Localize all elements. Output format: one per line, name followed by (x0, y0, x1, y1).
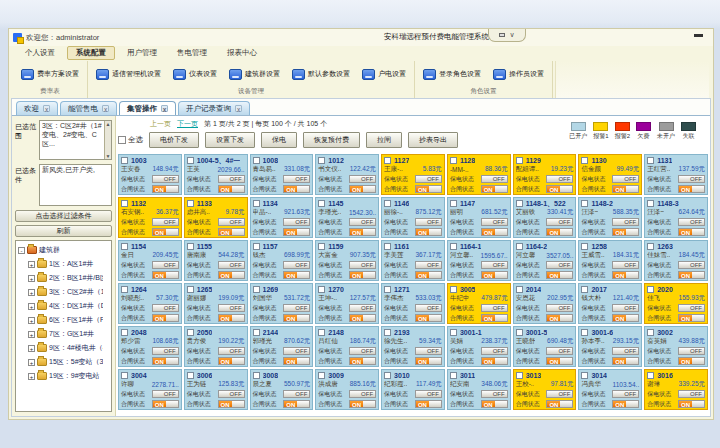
card-checkbox[interactable] (121, 157, 128, 164)
hezha-toggle[interactable]: ON (218, 228, 245, 236)
baodian-toggle[interactable]: OFF (349, 175, 376, 183)
card-checkbox[interactable] (450, 329, 457, 336)
card-checkbox[interactable] (384, 200, 391, 207)
hezha-toggle[interactable]: ON (546, 357, 573, 365)
tab-1[interactable]: 能管售电x (60, 101, 117, 115)
baodian-toggle[interactable]: OFF (481, 304, 508, 312)
expand-node-icon[interactable]: + (28, 359, 35, 366)
hezha-toggle[interactable]: ON (612, 228, 639, 236)
card-checkbox[interactable] (450, 372, 457, 379)
tab-close-icon[interactable]: x (43, 105, 50, 112)
card-checkbox[interactable] (253, 286, 260, 293)
baodian-toggle[interactable]: OFF (546, 218, 573, 226)
tree-item-2[interactable]: +3区：C区2#井（1#变... (18, 285, 103, 299)
hezha-toggle[interactable]: ON (678, 185, 705, 193)
hezha-toggle[interactable]: ON (415, 185, 442, 193)
card-checkbox[interactable] (187, 372, 194, 379)
card-checkbox[interactable] (187, 329, 194, 336)
tree-item-1[interactable]: +2区：B区1#井/B区1#楼 (18, 271, 103, 285)
baodian-toggle[interactable]: OFF (415, 304, 442, 312)
hezha-toggle[interactable]: ON (152, 400, 179, 408)
tab-close-icon[interactable]: x (161, 105, 168, 112)
card-checkbox[interactable] (121, 243, 128, 250)
hezha-toggle[interactable]: ON (283, 185, 310, 193)
card-checkbox[interactable] (581, 157, 588, 164)
baodian-toggle[interactable]: OFF (612, 261, 639, 269)
card-checkbox[interactable] (647, 243, 654, 250)
baodian-toggle[interactable]: OFF (612, 390, 639, 398)
baodian-toggle[interactable]: OFF (349, 390, 376, 398)
card-checkbox[interactable] (318, 157, 325, 164)
hezha-toggle[interactable]: ON (349, 357, 376, 365)
card-checkbox[interactable] (253, 157, 260, 164)
hezha-toggle[interactable]: ON (349, 228, 376, 236)
baodian-toggle[interactable]: OFF (152, 218, 179, 226)
hezha-toggle[interactable]: ON (678, 400, 705, 408)
tree-item-5[interactable]: +7区：G区1#井 (18, 327, 103, 341)
baodian-toggle[interactable]: OFF (481, 175, 508, 183)
hezha-toggle[interactable]: ON (481, 400, 508, 408)
card-checkbox[interactable] (581, 243, 588, 250)
hezha-toggle[interactable]: ON (481, 271, 508, 279)
hezha-toggle[interactable]: ON (415, 357, 442, 365)
hezha-toggle[interactable]: ON (415, 228, 442, 236)
baodian-toggle[interactable]: OFF (481, 390, 508, 398)
card-checkbox[interactable] (581, 200, 588, 207)
expand-node-icon[interactable]: + (28, 261, 35, 268)
hezha-toggle[interactable]: ON (218, 185, 245, 193)
card-checkbox[interactable] (121, 372, 128, 379)
hezha-toggle[interactable]: ON (678, 228, 705, 236)
baodian-toggle[interactable]: OFF (283, 347, 310, 355)
baodian-toggle[interactable]: OFF (415, 347, 442, 355)
tree-item-0[interactable]: +1区：A区1#井 (18, 257, 103, 271)
hezha-toggle[interactable]: ON (415, 314, 442, 322)
card-checkbox[interactable] (318, 286, 325, 293)
baodian-toggle[interactable]: OFF (283, 218, 310, 226)
baodian-toggle[interactable]: OFF (415, 175, 442, 183)
card-checkbox[interactable] (384, 243, 391, 250)
baodian-toggle[interactable]: OFF (218, 218, 245, 226)
card-checkbox[interactable] (384, 372, 391, 379)
hezha-toggle[interactable]: ON (152, 357, 179, 365)
ribbon-pin-icon[interactable] (499, 33, 505, 37)
card-checkbox[interactable] (187, 243, 194, 250)
menu-item-3[interactable]: 售电管理 (169, 47, 215, 59)
card-checkbox[interactable] (318, 243, 325, 250)
card-checkbox[interactable] (187, 200, 194, 207)
card-checkbox[interactable] (121, 329, 128, 336)
card-checkbox[interactable] (450, 157, 457, 164)
baodian-toggle[interactable]: OFF (283, 390, 310, 398)
menu-item-4[interactable]: 报表中心 (219, 47, 265, 59)
expand-node-icon[interactable]: + (28, 345, 35, 352)
card-checkbox[interactable] (187, 286, 194, 293)
baodian-toggle[interactable]: OFF (415, 261, 442, 269)
expand-node-icon[interactable]: + (28, 303, 35, 310)
baodian-toggle[interactable]: OFF (349, 347, 376, 355)
filter-select-button[interactable]: 点击选择过滤条件 (15, 210, 112, 222)
tree-item-7[interactable]: +15区：5#变站（3#变... (18, 355, 103, 369)
hezha-toggle[interactable]: ON (415, 271, 442, 279)
hezha-toggle[interactable]: ON (152, 314, 179, 322)
card-checkbox[interactable] (516, 372, 523, 379)
hezha-toggle[interactable]: ON (612, 357, 639, 365)
expand-node-icon[interactable]: + (28, 289, 35, 296)
hezha-toggle[interactable]: ON (546, 314, 573, 322)
baodian-toggle[interactable]: OFF (283, 175, 310, 183)
card-checkbox[interactable] (450, 243, 457, 250)
baodian-toggle[interactable]: OFF (349, 218, 376, 226)
baodian-toggle[interactable]: OFF (678, 390, 705, 398)
card-checkbox[interactable] (516, 286, 523, 293)
baodian-toggle[interactable]: OFF (678, 175, 705, 183)
ribbon-collapse-icon[interactable]: ∨ (509, 31, 514, 39)
expand-node-icon[interactable]: + (28, 317, 35, 324)
baodian-toggle[interactable]: OFF (481, 261, 508, 269)
toolbar-button-0[interactable]: 电价下发 (149, 132, 199, 148)
tab-2[interactable]: 集管操作x (119, 101, 176, 115)
hezha-toggle[interactable]: ON (218, 400, 245, 408)
hezha-toggle[interactable]: ON (218, 357, 245, 365)
baodian-toggle[interactable]: OFF (218, 261, 245, 269)
hezha-toggle[interactable]: ON (152, 271, 179, 279)
card-checkbox[interactable] (253, 200, 260, 207)
refresh-button[interactable]: 刷新 (15, 225, 112, 237)
baodian-toggle[interactable]: OFF (218, 175, 245, 183)
